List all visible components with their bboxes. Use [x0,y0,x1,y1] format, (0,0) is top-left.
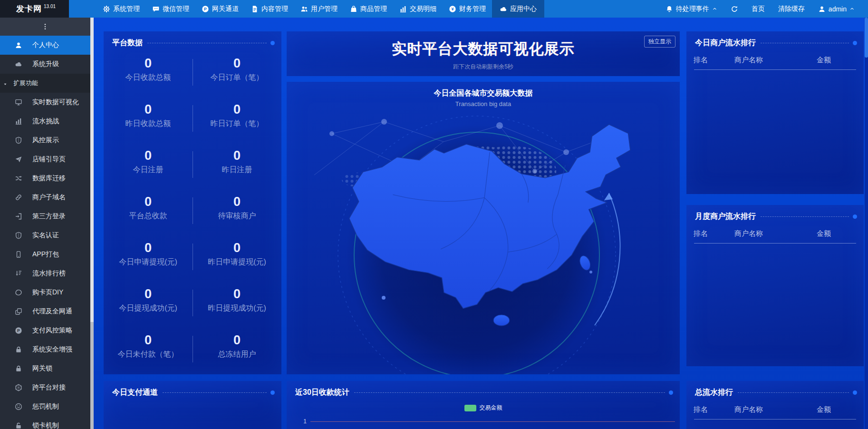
hero-header-panel: 实时平台大数据可视化展示 距下次自动刷新剩余5秒 独立显示 [287,31,680,76]
sidebar-item-flow-challenge[interactable]: 流水挑战 [0,112,90,131]
china-map-graphic [287,112,680,374]
bell-icon [665,5,673,13]
sidebar-scrollbar[interactable] [90,18,94,429]
header-divider [694,69,856,70]
sidebar-item-personal-center[interactable]: 个人中心 [0,36,90,55]
refresh-button[interactable] [724,0,745,18]
stat-cell: 0今日注册 [104,145,193,191]
stat-cell: 0待审核商户 [193,191,281,237]
sidebar-item-db-migration[interactable]: 数据库迁移 [0,169,90,188]
platform-data-panel: 平台数据 0今日收款总额 0今日订单（笔） 0昨日收款总额 0昨日订单（笔） 0… [104,31,281,374]
rank-today-panel: 今日商户流水排行 排名 商户名称 金额 [686,31,864,194]
sidebar-item-system-upgrade[interactable]: 系统升级 [0,55,90,74]
stat-cell: 0今日收款总额 [104,52,193,98]
chart-legend[interactable]: 交易金额 [287,404,680,412]
title-dot [853,41,857,45]
sidebar-item-realtime-visualization[interactable]: 实时数据可视化 [0,93,90,112]
nav-item-wechat[interactable]: 微信管理 [146,0,195,18]
sidebar-item-security-enhance[interactable]: 系统安全增强 [0,340,90,359]
dashboard-content: 平台数据 0今日收款总额 0今日订单（笔） 0昨日收款总额 0昨日订单（笔） 0… [94,18,868,429]
title-dash-line [147,43,267,43]
panel-title: 总流水排行 [695,388,733,398]
sidebar-item-realname-auth[interactable]: 实名认证 [0,226,90,245]
refresh-icon [731,5,738,13]
sidebar-item-flow-ranking[interactable]: 流水排行榜 [0,264,90,283]
sidebar-item-shop-guide[interactable]: 店铺引导页 [0,150,90,169]
sidebar-scrollbar-thumb[interactable] [90,18,94,322]
home-link[interactable]: 首页 [745,0,772,18]
panel-title-row: 近30日收款统计 [287,381,680,398]
stat-cell: 0今日未付款（笔） [104,329,193,375]
sidebar-item-payment-risk-policy[interactable]: 支付风控策略 [0,321,90,340]
bar-chart-icon [14,117,23,126]
file-icon [251,5,259,13]
stat-cell: 0昨日收款总额 [104,98,193,145]
caret-down-icon [3,82,8,87]
nav-item-gateway[interactable]: 网关通道 [195,0,245,18]
panel-title-row: 今日商户流水排行 [686,31,864,48]
nav-item-content[interactable]: 内容管理 [245,0,294,18]
nav-item-system[interactable]: 系统管理 [96,0,146,18]
nav-item-goods[interactable]: 商品管理 [344,0,393,18]
users-icon [300,5,308,13]
sidebar-item-card-lock[interactable]: 锁卡机制 [0,416,90,429]
panel-title: 近30日收款统计 [295,388,349,398]
account-dropdown[interactable]: admin [811,0,861,18]
sidebar-item-merchant-subdomain[interactable]: 商户子域名 [0,188,90,207]
pending-events-dropdown[interactable]: 待处理事件 [659,0,724,18]
panel-title: 平台数据 [112,38,143,48]
rank-total-panel: 总流水排行 排名 商户名称 金额 [686,381,864,429]
sidebar-item-risk-display[interactable]: 风控展示 [0,131,90,150]
sidebar-item-card-page-diy[interactable]: 购卡页DIY [0,283,90,302]
sidebar-item-cross-platform[interactable]: 跨平台对接 [0,378,90,397]
shopping-bag-icon [350,5,357,13]
sidebar-item-agent-network[interactable]: 代理及全网通 [0,302,90,321]
cloud-icon [500,5,507,13]
caret-up-icon [849,6,855,11]
brand-logo[interactable]: 发卡网 13.01 [0,0,69,18]
chart-axis-row: 1 [287,418,675,425]
main-scrollbar-thumb[interactable] [865,18,868,58]
nav-item-finance[interactable]: 财务管理 [443,0,492,18]
nav-item-app-center[interactable]: 应用中心 [492,0,544,18]
clear-cache-link[interactable]: 清除缓存 [772,0,811,18]
user-icon [14,41,23,49]
gem-icon [14,383,23,392]
title-dash-line [163,392,267,393]
stat-cell: 0昨日申请提现(元) [193,237,281,283]
panel-title-row: 平台数据 [104,31,281,48]
panel-title-row: 今日支付通道 [104,381,281,398]
sidebar-section-extensions[interactable]: 扩展功能 [0,74,90,93]
sidebar-item-punish-mechanism[interactable]: 惩罚机制 [0,397,90,416]
title-dash-line [354,392,665,393]
rank-month-panel: 月度商户流水排行 排名 商户名称 金额 [686,205,864,366]
title-dash-line [761,216,849,217]
clone-icon [14,307,23,316]
rank-table-header: 排名 商户名称 金额 [686,56,864,65]
stats-30d-panel: 近30日收款统计 交易金额 1 [287,381,680,429]
frown-icon [14,402,23,411]
lock-icon [14,364,23,373]
hero-title: 实时平台大数据可视化展示 [287,39,680,59]
standalone-display-button[interactable]: 独立显示 [644,36,675,48]
panel-title-row: 总流水排行 [686,381,864,398]
panel-title: 月度商户流水排行 [695,212,756,222]
brand-name: 发卡网 [16,3,42,14]
nav-item-user-mgmt[interactable]: 用户管理 [294,0,344,18]
main-scrollbar[interactable] [865,18,868,429]
title-dot [853,214,857,219]
title-dot [270,41,275,45]
sidebar-item-third-party-login[interactable]: 第三方登录 [0,207,90,226]
shuffle-icon [14,174,23,183]
sidebar-item-gateway-lock[interactable]: 网关锁 [0,359,90,378]
rank-table-header: 排名 商户名称 金额 [686,405,864,414]
sidebar-item-app-package[interactable]: APP打包 [0,245,90,264]
sidebar-collapse-handle[interactable] [0,18,90,36]
legend-swatch [464,405,476,411]
map-title: 今日全国各城市交易额大数据 [287,88,680,98]
title-dot [853,390,857,395]
sidebar: 个人中心 系统升级 扩展功能 实时数据可视化 流水挑战 风控展示 店铺引导页 数… [0,18,90,429]
nav-item-trade[interactable]: 交易明细 [393,0,443,18]
stat-row: 0平台总收款 0待审核商户 [104,191,281,237]
brand-version: 13.01 [44,4,56,9]
